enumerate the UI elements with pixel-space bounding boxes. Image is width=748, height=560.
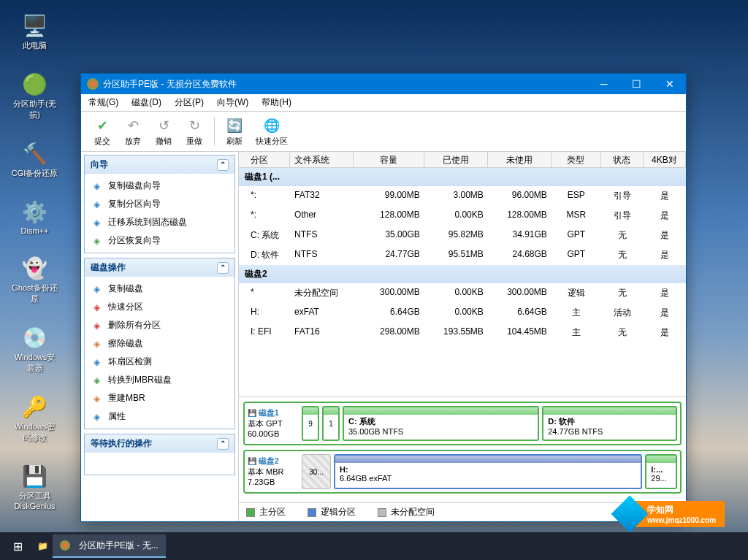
disk-group[interactable]: 磁盘1 (... bbox=[239, 168, 686, 186]
sidebar-item[interactable]: ◈复制磁盘向导 bbox=[85, 177, 234, 195]
table-row[interactable]: D: 软件NTFS24.77GB95.51MB24.68GBGPT无是 bbox=[239, 245, 686, 265]
cell: D: 软件 bbox=[239, 248, 290, 263]
menu-item[interactable]: 向导(W) bbox=[217, 96, 248, 109]
sidebar-item[interactable]: ◈擦除磁盘 bbox=[85, 334, 234, 353]
desktop-icon[interactable]: 👻Ghost备份还 原 bbox=[11, 253, 58, 304]
maximize-button[interactable]: ☐ bbox=[620, 74, 653, 94]
disk-group[interactable]: 磁盘2 bbox=[239, 265, 686, 283]
cell: 主 bbox=[552, 305, 601, 321]
menu-item[interactable]: 磁盘(D) bbox=[131, 96, 161, 109]
column-header[interactable]: 4KB对齐 bbox=[644, 152, 686, 167]
cell: 300.00MB bbox=[488, 285, 552, 301]
partition-block[interactable]: H:6.64GB exFAT bbox=[334, 454, 642, 489]
partition-block[interactable]: 9 bbox=[302, 406, 319, 441]
table-header: 分区文件系统容量已使用未使用类型状态4KB对齐 bbox=[239, 152, 686, 168]
partition-block[interactable]: I:...29... bbox=[645, 454, 677, 489]
collapse-icon[interactable]: ⌃ bbox=[217, 159, 229, 171]
sidebar-item[interactable]: ◈重建MBR bbox=[85, 389, 234, 407]
menu-item[interactable]: 常规(G) bbox=[88, 96, 118, 109]
toolbar-快速分区[interactable]: 🌐快速分区 bbox=[250, 114, 294, 150]
titlebar[interactable]: 分区助手PE版 - 无损分区免费软件 ─ ☐ ✕ bbox=[81, 74, 686, 94]
column-header[interactable]: 已使用 bbox=[424, 152, 488, 167]
sidebar-item[interactable]: ◈分区恢复向导 bbox=[85, 231, 234, 250]
column-header[interactable]: 容量 bbox=[354, 152, 424, 167]
collapse-icon[interactable]: ⌃ bbox=[217, 262, 229, 274]
partition-block[interactable]: C: 系统35.00GB NTFS bbox=[343, 406, 539, 441]
pending-panel: 等待执行的操作 ⌃ bbox=[84, 434, 235, 475]
item-icon: ◈ bbox=[91, 180, 102, 192]
sidebar-item[interactable]: ◈复制分区向导 bbox=[85, 195, 234, 213]
table-row[interactable]: *:Other128.00MB0.00KB128.00MBMSR引导是 bbox=[239, 206, 686, 226]
table-row[interactable]: *:FAT3299.00MB3.00MB96.00MBESP引导是 bbox=[239, 186, 686, 206]
minimize-button[interactable]: ─ bbox=[587, 74, 620, 94]
column-header[interactable]: 类型 bbox=[552, 152, 601, 167]
cell: 是 bbox=[644, 325, 686, 340]
collapse-icon[interactable]: ⌃ bbox=[217, 438, 229, 450]
close-button[interactable]: ✕ bbox=[653, 74, 686, 94]
table-row[interactable]: I: EFIFAT16298.00MB193.55MB104.45MB主无是 bbox=[239, 323, 686, 342]
table-row[interactable]: H:exFAT6.64GB0.00KB6.64GB主活动是 bbox=[239, 303, 686, 323]
column-header[interactable]: 文件系统 bbox=[290, 152, 354, 167]
desktop-icon[interactable]: 🟢分区助手(无 损) bbox=[11, 69, 58, 120]
disk-map[interactable]: 💾 磁盘2基本 MBR7.23GB30...H:6.64GB exFATI:..… bbox=[243, 450, 682, 494]
cell: *: bbox=[239, 188, 290, 204]
toolbar-提交[interactable]: ✔提交 bbox=[87, 114, 118, 150]
sidebar-item[interactable]: ◈复制磁盘 bbox=[85, 280, 234, 298]
sidebar-item[interactable]: ◈转换到MBR磁盘 bbox=[85, 371, 234, 389]
table-row[interactable]: *未分配空间300.00MB0.00KB300.00MB逻辑无是 bbox=[239, 283, 686, 303]
desktop-icon[interactable]: 🔨CGI备份还原 bbox=[11, 139, 58, 179]
item-label: 擦除磁盘 bbox=[108, 337, 143, 350]
menu-item[interactable]: 帮助(H) bbox=[262, 96, 291, 109]
sidebar-item[interactable]: ◈迁移系统到固态磁盘 bbox=[85, 213, 234, 231]
taskbar-task[interactable]: 分区助手PE版 - 无... bbox=[53, 534, 166, 558]
table-row[interactable]: C: 系统NTFS35.00GB95.82MB34.91GBGPT无是 bbox=[239, 226, 686, 245]
pending-panel-header[interactable]: 等待执行的操作 ⌃ bbox=[85, 434, 234, 453]
panel-title: 向导 bbox=[91, 158, 108, 171]
cell: 是 bbox=[644, 228, 686, 243]
sidebar-item[interactable]: ◈属性 bbox=[85, 407, 234, 426]
disk-info: 💾 磁盘1基本 GPT60.00GB bbox=[248, 406, 299, 441]
start-button[interactable]: ⊞ bbox=[3, 532, 32, 560]
item-label: 复制磁盘向导 bbox=[108, 180, 161, 192]
disk-map[interactable]: 💾 磁盘1基本 GPT60.00GB91C: 系统35.00GB NTFSD: … bbox=[243, 402, 682, 445]
item-label: 复制分区向导 bbox=[108, 198, 161, 210]
toolbar-放弃[interactable]: ↶放弃 bbox=[118, 114, 148, 150]
desktop-icon[interactable]: 💾分区工具 DiskGenius bbox=[11, 461, 58, 510]
cell: ESP bbox=[552, 188, 601, 204]
sidebar-item[interactable]: ◈快速分区 bbox=[85, 298, 234, 316]
column-header[interactable]: 未使用 bbox=[488, 152, 552, 167]
menu-item[interactable]: 分区(P) bbox=[175, 96, 204, 109]
app-icon bbox=[87, 78, 99, 90]
cell: * bbox=[239, 285, 290, 301]
desktop-icon-label: Windows密 码修改 bbox=[15, 421, 56, 443]
item-icon: ◈ bbox=[91, 302, 102, 313]
cell: 298.00MB bbox=[354, 325, 424, 340]
toolbar-撤销[interactable]: ↺撤销 bbox=[148, 114, 179, 150]
desktop-icon[interactable]: ⚙️Dism++ bbox=[11, 197, 58, 235]
partition-block[interactable]: 1 bbox=[322, 406, 340, 441]
desktop-icon[interactable]: 💿Windows安 装器 bbox=[11, 323, 58, 374]
item-label: 重建MBR bbox=[108, 392, 145, 404]
sidebar-item[interactable]: ◈坏扇区检测 bbox=[85, 353, 234, 371]
item-label: 删除所有分区 bbox=[108, 319, 161, 331]
desktop-icon-glyph: ⚙️ bbox=[20, 197, 50, 226]
toolbar-重做[interactable]: ↻重做 bbox=[179, 114, 210, 150]
item-label: 复制磁盘 bbox=[108, 283, 143, 295]
desktop-icon[interactable]: 🔑Windows密 码修改 bbox=[11, 392, 58, 443]
diskops-panel-header[interactable]: 磁盘操作 ⌃ bbox=[85, 258, 234, 277]
desktop-icons: 🖥️此电脑🟢分区助手(无 损)🔨CGI备份还原⚙️Dism++👻Ghost备份还… bbox=[11, 11, 58, 510]
item-icon: ◈ bbox=[91, 393, 102, 404]
cell: 24.77GB bbox=[354, 248, 424, 263]
sidebar-item[interactable]: ◈删除所有分区 bbox=[85, 316, 234, 334]
toolbar-刷新[interactable]: 🔄刷新 bbox=[219, 114, 250, 150]
column-header[interactable]: 分区 bbox=[239, 152, 290, 167]
partition-block[interactable]: D: 软件24.77GB NTFS bbox=[542, 406, 677, 441]
cell: MSR bbox=[552, 208, 601, 223]
cell: FAT16 bbox=[290, 325, 354, 340]
wizard-panel-header[interactable]: 向导 ⌃ bbox=[85, 156, 234, 174]
item-label: 转换到MBR磁盘 bbox=[108, 374, 172, 386]
taskbar-explorer-icon[interactable]: 📁 bbox=[35, 539, 50, 553]
column-header[interactable]: 状态 bbox=[601, 152, 644, 167]
partition-block[interactable]: 30... bbox=[302, 454, 331, 489]
desktop-icon[interactable]: 🖥️此电脑 bbox=[11, 11, 58, 51]
